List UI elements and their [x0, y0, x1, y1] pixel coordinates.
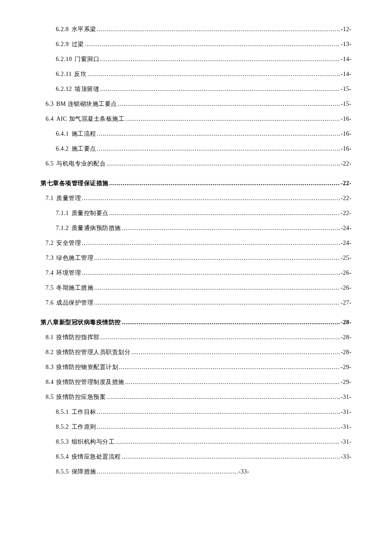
- toc-entry: 6.2.9过梁-13-: [40, 41, 352, 48]
- toc-entry-page: -29-: [341, 364, 352, 371]
- toc-entry-title: AIC 加气混凝土条板施工: [56, 115, 124, 123]
- toc-entry: 8.3疫情防控物资配置计划-29-: [40, 363, 352, 371]
- toc-entry-number: 8.5: [46, 394, 54, 401]
- toc-entry-title: BM 连锁砌块施工要点: [56, 100, 117, 108]
- toc-entry: 7.6成品保护管理-27-: [40, 299, 352, 307]
- toc-entry-page: -22-: [341, 210, 352, 217]
- toc-entry-page: -15-: [341, 101, 352, 108]
- toc-entry-title: 疫情防控管理制度及措施: [56, 378, 124, 386]
- toc-leader-dots: [94, 299, 340, 306]
- toc-entry-page: -31-: [341, 424, 352, 430]
- toc-entry-number: 6.5: [46, 160, 54, 167]
- toc-leader-dots: [97, 409, 340, 416]
- toc-entry-number: 6.3: [46, 101, 54, 108]
- toc-entry: 第八章新型冠状病毒疫情防控-28-: [40, 319, 352, 326]
- toc-entry-number: 8.3: [46, 364, 54, 371]
- toc-entry-title: 环境管理: [56, 269, 81, 277]
- toc-entry-number: 8.5.4: [56, 453, 69, 460]
- toc-entry-page: -24-: [341, 225, 352, 232]
- toc-entry-title: 成品保护管理: [56, 299, 93, 307]
- toc-entry: 6.4.2施工要点-16-: [40, 145, 352, 153]
- toc-entry-page: -31-: [341, 394, 352, 401]
- toc-leader-dots: [110, 210, 340, 217]
- toc-leader-dots: [82, 240, 340, 247]
- toc-entry-title: 冬期施工措施: [56, 284, 93, 292]
- toc-entry-page: -22-: [341, 195, 352, 202]
- toc-entry: 6.3BM 连锁砌块施工要点-15-: [40, 100, 352, 108]
- toc-entry-number: 7.6: [46, 299, 54, 306]
- toc-entry-number: 8.5.1: [56, 409, 69, 416]
- toc-entry-title: 绿色施工管理: [56, 254, 93, 262]
- toc-entry: 8.4疫情防控管理制度及措施-29-: [40, 378, 352, 386]
- toc-entry: 7.1.1质量控制要点-22-: [40, 209, 352, 217]
- toc-entry-number: 8.5.2: [56, 424, 69, 430]
- toc-leader-dots: [122, 225, 340, 232]
- toc-entry-number: 8.5.5: [56, 468, 69, 475]
- toc-entry-title: 疫情防控物资配置计划: [56, 363, 118, 371]
- toc-entry-number: 7.1.2: [56, 225, 69, 232]
- toc-entry-page: -28-: [341, 349, 352, 356]
- toc-leader-dots: [97, 131, 340, 137]
- toc-entry-page: -16-: [341, 131, 352, 137]
- toc-entry-title: 质量通病预防措施: [72, 224, 121, 232]
- toc-leader-dots: [97, 424, 340, 430]
- toc-entry-page: -26-: [341, 270, 352, 276]
- toc-leader-dots: [122, 319, 340, 326]
- toc-entry-number: 7.1.1: [56, 210, 69, 217]
- toc-entry-title: 水平系梁: [72, 26, 96, 33]
- toc-leader-dots: [94, 255, 340, 262]
- toc-entry: 8.5.4疫情应急处置流程-33-: [40, 453, 352, 461]
- toc-entry-page: -22-: [341, 180, 352, 187]
- toc-entry: 8.2疫情防控管理人员职责划分-28-: [40, 349, 352, 356]
- toc-leader-dots: [100, 56, 340, 63]
- toc-entry-page: -28-: [341, 334, 352, 341]
- toc-entry-title: 过梁: [72, 41, 84, 48]
- toc-entry: 6.4.1施工流程-16-: [40, 130, 352, 138]
- toc-entry-title: 第八章新型冠状病毒疫情防控: [40, 319, 121, 326]
- toc-entry-page: -12-: [341, 26, 352, 33]
- toc-entry: 8.5.2工作原则-31-: [40, 423, 352, 431]
- toc-entry-title: 与机电专业的配合: [56, 160, 106, 168]
- toc-leader-dots: [97, 145, 340, 152]
- toc-leader-dots: [82, 270, 340, 276]
- toc-leader-dots: [97, 468, 238, 475]
- toc-entry-number: 6.2.11: [56, 71, 72, 78]
- toc-entry-title: 第七章各项管理保证措施: [40, 180, 109, 187]
- toc-entry: 6.2.12墙顶留缝-15-: [40, 85, 352, 93]
- toc-entry-number: 6.4: [46, 116, 54, 122]
- toc-entry-number: 6.2.8: [56, 26, 69, 33]
- toc-entry-number: 8.2: [46, 349, 54, 356]
- toc-entry-page: -28-: [341, 319, 352, 326]
- toc-entry-title: 施工要点: [72, 145, 96, 153]
- toc-entry-number: 8.4: [46, 379, 54, 386]
- toc-entry-title: 保障措施: [72, 468, 96, 476]
- toc-entry-number: 6.2.10: [56, 56, 72, 63]
- toc-entry-page: -16-: [341, 145, 352, 152]
- toc-entry-title: 反坎: [74, 70, 86, 78]
- toc-entry-title: 安全管理: [56, 239, 81, 247]
- toc-entry-title: 质量控制要点: [72, 209, 109, 217]
- toc-entry-title: 门窗洞口: [75, 55, 99, 63]
- toc-entry-title: 工作目标: [72, 408, 96, 416]
- toc-entry-title: 组织机构与分工: [72, 438, 115, 446]
- toc-leader-dots: [110, 180, 340, 187]
- toc-leader-dots: [82, 195, 340, 202]
- toc-entry-number: 6.4.2: [56, 145, 69, 152]
- toc-entry-number: 6.4.1: [56, 131, 69, 137]
- toc-entry: 6.2.8水平系梁-12-: [40, 26, 352, 33]
- toc-entry-title: 疫情防控指挥部: [56, 334, 100, 341]
- toc-leader-dots: [125, 379, 340, 386]
- toc-entry: 6.5与机电专业的配合-22-: [40, 160, 352, 168]
- toc-entry-number: 8.1: [46, 334, 54, 341]
- toc-entry-page: -16-: [341, 116, 352, 122]
- toc-entry: 8.5.3组织机构与分工-31-: [40, 438, 352, 446]
- toc-entry: 8.1疫情防控指挥部-28-: [40, 334, 352, 341]
- toc-entry-page: -14-: [341, 71, 352, 78]
- toc-entry: 8.5.5保障措施-33-: [40, 468, 352, 476]
- toc-entry-page: -15-: [341, 86, 352, 93]
- toc-leader-dots: [115, 439, 340, 445]
- toc-entry-page: -13-: [341, 41, 352, 48]
- toc-leader-dots: [119, 364, 340, 371]
- toc-leader-dots: [100, 86, 340, 93]
- toc-entry: 7.5冬期施工措施-26-: [40, 284, 352, 292]
